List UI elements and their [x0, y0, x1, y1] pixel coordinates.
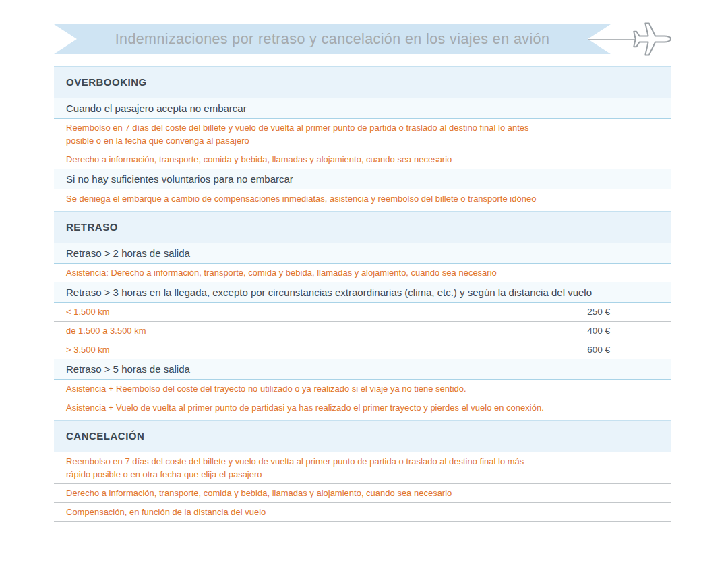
row-label: Asistencia + Vuelo de vuelta al primer p…: [66, 401, 544, 414]
table-row: Retraso > 2 horas de salida: [54, 243, 671, 264]
section-header-cancelacion: CANCELACIÓN: [54, 420, 671, 452]
table-row: Cuando el pasajero acepta no embarcar: [54, 98, 671, 119]
table-row: Derecho a información, transporte, comid…: [54, 150, 671, 169]
row-label: < 1.500 km: [66, 305, 110, 318]
table-row: Retraso > 5 horas de salida: [54, 359, 671, 380]
table-row: Asistencia + Vuelo de vuelta al primer p…: [54, 398, 671, 417]
table-row: > 3.500 km 600 €: [54, 340, 671, 359]
section-header-overbooking: OVERBOOKING: [54, 66, 671, 98]
row-label: > 3.500 km: [66, 343, 110, 356]
compensation-amount: 250 €: [587, 305, 659, 318]
table-row: Asistencia: Derecho a información, trans…: [54, 264, 671, 282]
table-row: Si no hay suficientes voluntarios para n…: [54, 169, 671, 189]
row-label: de 1.500 a 3.500 km: [66, 324, 146, 337]
section-title: OVERBOOKING: [66, 67, 147, 98]
row-label: Derecho a información, transporte, comid…: [66, 487, 452, 500]
title-ribbon: Indemnizaciones por retraso y cancelació…: [54, 24, 611, 54]
table-row: Derecho a información, transporte, comid…: [54, 484, 671, 503]
row-label: Asistencia: Derecho a información, trans…: [66, 266, 497, 279]
row-label: Retraso > 5 horas de salida: [66, 363, 190, 375]
compensation-amount: 600 €: [587, 343, 659, 356]
table-row: Asistencia + Reembolso del coste del tra…: [54, 380, 671, 398]
compensation-amount: 400 €: [587, 324, 659, 337]
row-label: Retraso > 3 horas en la llegada, excepto…: [66, 286, 592, 299]
row-label: Retraso > 2 horas de salida: [66, 247, 190, 260]
row-label: Asistencia + Reembolso del coste del tra…: [66, 382, 466, 395]
table-row: Reembolso en 7 días del coste del billet…: [54, 119, 671, 150]
row-label: Compensación, en función de la distancia…: [66, 506, 266, 518]
row-label: Derecho a información, transporte, comid…: [66, 153, 452, 166]
table-row: Se deniega el embarque a cambio de compe…: [54, 189, 671, 208]
section-title: CANCELACIÓN: [66, 421, 144, 452]
table-row: Retraso > 3 horas en la llegada, excepto…: [54, 282, 671, 303]
compensation-table: OVERBOOKING Cuando el pasajero acepta no…: [54, 66, 671, 522]
row-label: Cuando el pasajero acepta no embarcar: [66, 102, 247, 115]
section-title: RETRASO: [66, 212, 118, 243]
table-row: Reembolso en 7 días del coste del billet…: [54, 452, 671, 484]
row-label: Reembolso en 7 días del coste del billet…: [66, 121, 529, 147]
row-label: Si no hay suficientes voluntarios para n…: [66, 173, 293, 185]
airplane-icon: [632, 19, 673, 59]
row-label: Se deniega el embarque a cambio de compe…: [66, 192, 536, 205]
table-row: de 1.500 a 3.500 km 400 €: [54, 322, 671, 340]
table-row: < 1.500 km 250 €: [54, 303, 671, 322]
table-row: Compensación, en función de la distancia…: [54, 503, 671, 522]
row-label: Reembolso en 7 días del coste del billet…: [66, 455, 524, 481]
section-header-retraso: RETRASO: [54, 211, 671, 243]
page-title: Indemnizaciones por retraso y cancelació…: [54, 24, 611, 54]
